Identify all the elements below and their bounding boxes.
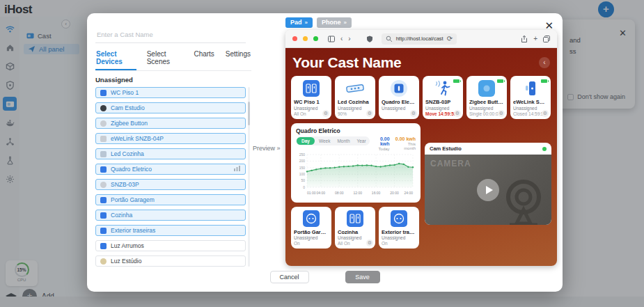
card-status: All On	[294, 111, 306, 117]
device-item[interactable]: WC Piso 1	[95, 87, 246, 98]
dialog-footer: Cancel Save	[87, 271, 563, 283]
preview-device-tabs: Pad»Phone»	[285, 17, 352, 28]
card-status: On	[382, 241, 388, 246]
stat-value: 0.00 kwh	[395, 136, 416, 141]
device-item[interactable]: Cozinha	[95, 210, 246, 221]
card-room-label: Unassigned	[294, 106, 317, 111]
preview-tab-phone[interactable]: Phone»	[317, 17, 352, 28]
tab-select-scenes[interactable]: Select Scenes	[146, 48, 184, 70]
card-status: On	[294, 241, 300, 246]
collapse-chevron-icon[interactable]: ‹	[539, 57, 550, 68]
svg-text:04:00: 04:00	[317, 191, 326, 195]
svg-text:150: 150	[299, 166, 306, 170]
refresh-icon[interactable]: ⟳	[447, 36, 453, 42]
period-tab-year[interactable]: Year	[354, 137, 369, 145]
switch-icon	[100, 212, 107, 219]
card-gear-icon[interactable]: ⚙	[454, 110, 461, 117]
card-room-label: Unassigned	[294, 235, 317, 240]
tab-settings[interactable]: Settings	[225, 48, 251, 70]
socket-icon	[294, 210, 329, 228]
preview-tab-pad[interactable]: Pad»	[285, 17, 313, 28]
card-gear-icon[interactable]: ⚙	[366, 110, 373, 117]
tab-charts[interactable]: Charts	[193, 48, 214, 70]
cast-page-content: Your Cast Name ‹ WC Piso 1UnassignedAll …	[285, 48, 557, 266]
led-icon	[100, 151, 107, 157]
period-tab-day[interactable]: Day	[297, 137, 315, 145]
save-button[interactable]: Save	[345, 271, 380, 283]
browser-sidebar-icon[interactable]	[328, 36, 335, 42]
camera-icon	[100, 105, 107, 111]
card-room-label: Unassigned	[338, 106, 361, 111]
card-device-name: Quadro Eletri…	[382, 99, 416, 105]
period-tab-month[interactable]: Month	[334, 137, 352, 145]
card-room-label: Unassigned	[338, 235, 361, 240]
preview-device-card: Zigbee ButtonUnassignedSingle 00:00:00⚙	[466, 76, 507, 119]
device-item[interactable]: Cam Estudio	[95, 102, 246, 113]
search-icon	[386, 36, 393, 42]
browser-forward-icon[interactable]: ›	[348, 36, 350, 42]
device-item[interactable]: eWeLink SNZB-04P	[95, 133, 246, 144]
svg-text:20:00: 20:00	[390, 191, 399, 195]
device-item[interactable]: Led Cozinha	[95, 148, 246, 159]
traffic-maximize-icon[interactable]	[313, 36, 318, 41]
device-item[interactable]: SNZB-03P	[95, 179, 246, 190]
cancel-button[interactable]: Cancel	[270, 271, 309, 283]
device-item[interactable]: Portão Garagem	[95, 194, 246, 205]
device-item[interactable]: Zigbee Button	[95, 118, 246, 129]
battery-icon	[541, 79, 547, 83]
preview-browser: ‹ › http://ihost.local/cast ⟳ +	[285, 30, 557, 266]
preview-device-card: Exterior trase…UnassignedOn	[379, 207, 419, 249]
browser-shield-icon[interactable]	[366, 36, 373, 42]
card-gear-icon[interactable]: ⚙	[542, 110, 549, 117]
chart-icon	[234, 166, 241, 173]
plug-icon	[100, 197, 107, 203]
card-device-name: Zigbee Button	[469, 99, 504, 105]
card-gear-icon[interactable]: ⚙	[366, 239, 373, 246]
device-item[interactable]: Luz Arrumos	[95, 240, 246, 251]
cast-name-input[interactable]	[95, 28, 246, 43]
preview-device-card: CozinhaUnassignedAll On⚙	[335, 207, 375, 249]
device-name: Portão Garagem	[111, 196, 155, 203]
device-name: Cam Estudio	[111, 104, 145, 111]
stat-label: This month	[395, 142, 416, 150]
period-tab-week[interactable]: Week	[316, 137, 333, 145]
card-gear-icon[interactable]: ⚙	[410, 110, 417, 117]
tabs-overview-icon[interactable]	[543, 36, 550, 42]
device-list-scrollbar[interactable]	[248, 87, 250, 267]
preview-device-card: Led CozinhaUnassigned90%⚙	[335, 76, 375, 119]
switch-icon	[100, 90, 107, 96]
camera-card: Cam Estudio CAMERA	[425, 143, 551, 225]
svg-text:100: 100	[299, 172, 306, 176]
device-name: Quadro Eletrico	[111, 166, 152, 173]
close-icon[interactable]: ✕	[544, 20, 553, 31]
device-item[interactable]: Luz Estúdio	[95, 255, 246, 267]
device-item[interactable]: Quadro Eletrico	[95, 164, 246, 175]
svg-text:0: 0	[303, 185, 305, 189]
card-gear-icon[interactable]: ⚙	[498, 110, 505, 117]
url-text: http://ihost.local/cast	[396, 36, 443, 42]
chevron-double-icon: »	[305, 19, 308, 26]
tab-select-devices[interactable]: Select Devices	[95, 48, 136, 70]
browser-address-bar[interactable]: http://ihost.local/cast ⟳	[382, 33, 457, 45]
share-icon[interactable]	[521, 36, 528, 42]
browser-back-icon[interactable]: ‹	[340, 36, 343, 42]
traffic-close-icon[interactable]	[292, 36, 297, 41]
svg-text:250: 250	[299, 152, 306, 157]
device-name: Led Cozinha	[111, 150, 144, 157]
card-gear-icon[interactable]: ⚙	[322, 110, 329, 117]
preview-device-card: SNZB-03PUnassignedMove 14:59:59⚙	[423, 76, 463, 119]
device-name: Cozinha	[111, 212, 132, 219]
double-switch-icon	[338, 210, 372, 228]
device-list: WC Piso 1Cam EstudioZigbee ButtoneWeLink…	[95, 87, 246, 267]
traffic-minimize-icon[interactable]	[303, 36, 308, 41]
new-tab-icon[interactable]: +	[533, 36, 537, 42]
chart-title: Quadro Eletrico	[296, 127, 416, 134]
card-device-name: Cozinha	[338, 229, 372, 235]
device-item[interactable]: Exterior traseiras	[95, 225, 246, 236]
unassigned-section-header: Unassigned	[95, 76, 251, 84]
cast-config-pane: Select DevicesSelect ScenesChartsSetting…	[95, 27, 251, 267]
camera-watermark: CAMERA	[430, 159, 471, 168]
card-device-name: SNZB-03P	[425, 99, 460, 105]
play-button[interactable]	[477, 179, 499, 201]
preview-device-card: Portão Garag…UnassignedOn	[291, 207, 331, 249]
